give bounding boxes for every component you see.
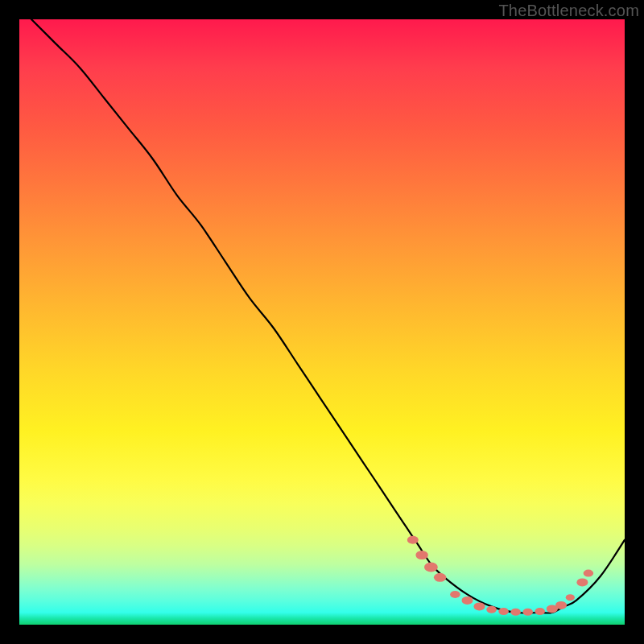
data-marker — [584, 570, 594, 577]
bottleneck-curve-line — [31, 19, 625, 613]
attribution-text: TheBottleneck.com — [498, 2, 639, 20]
data-marker — [434, 573, 446, 582]
data-marker — [415, 551, 427, 559]
data-marker — [450, 591, 460, 598]
data-marker — [547, 605, 558, 613]
chart-frame: TheBottleneck.com — [0, 0, 644, 644]
plot-area — [19, 19, 625, 625]
data-marker — [510, 609, 521, 616]
data-marker — [555, 601, 567, 609]
data-marker — [576, 578, 588, 586]
data-marker — [474, 602, 485, 610]
data-marker — [462, 597, 473, 605]
curve-layer — [19, 19, 625, 625]
data-marker — [535, 608, 545, 615]
data-marker — [424, 563, 438, 572]
data-marker — [498, 608, 509, 615]
data-marker — [522, 609, 533, 616]
data-marker — [407, 536, 419, 544]
marker-layer — [407, 536, 593, 616]
data-marker — [486, 606, 497, 613]
data-marker — [566, 594, 575, 601]
